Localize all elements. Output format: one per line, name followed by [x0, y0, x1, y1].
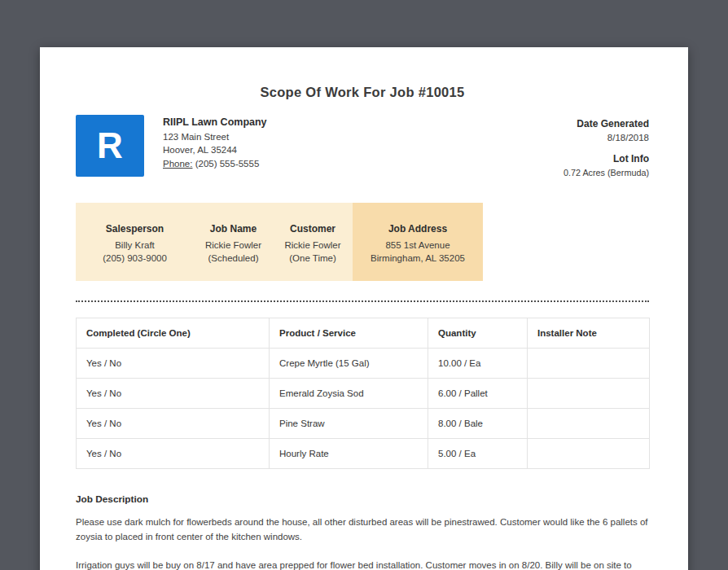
company-logo: R: [76, 115, 144, 177]
company-block: R RIIPL Lawn Company 123 Main Street Hoo…: [76, 115, 267, 177]
summary-line2: Birmingham, AL 35205: [353, 253, 483, 263]
summary-label: Salesperson: [76, 223, 194, 235]
cell-completed: Yes / No: [77, 349, 270, 379]
summary-line2: (205) 903-9000: [76, 253, 194, 263]
summary-col-job-name: Job Name Rickie Fowler (Scheduled): [194, 203, 273, 281]
phone-label: Phone:: [163, 159, 192, 169]
summary-label: Job Address: [353, 223, 483, 235]
lot-info-value: 0.72 Acres (Bermuda): [564, 168, 649, 178]
cell-installer-note: [528, 379, 650, 409]
cell-quantity: 8.00 / Bale: [428, 409, 528, 439]
dotted-divider: [76, 300, 649, 302]
company-address-line2: Hoover, AL 35244: [163, 145, 267, 155]
job-description-paragraph: Please use dark mulch for flowerbeds aro…: [76, 515, 649, 545]
document-header: R RIIPL Lawn Company 123 Main Street Hoo…: [76, 115, 649, 178]
job-summary-band: Salesperson Billy Kraft (205) 903-9000 J…: [76, 203, 649, 281]
logo-letter: R: [97, 125, 123, 166]
table-header-row: Completed (Circle One) Product / Service…: [77, 318, 650, 349]
job-description-heading: Job Description: [76, 493, 649, 505]
page-title: Scope Of Work For Job #10015: [76, 85, 649, 100]
date-generated-label: Date Generated: [564, 118, 649, 129]
company-address-line1: 123 Main Street: [163, 132, 267, 142]
company-info: RIIPL Lawn Company 123 Main Street Hoove…: [163, 115, 267, 177]
document-sheet: Scope Of Work For Job #10015 R RIIPL Law…: [40, 47, 688, 570]
phone-value: (205) 555-5555: [195, 159, 260, 169]
date-generated-value: 8/18/2018: [564, 133, 649, 142]
summary-col-job-address: Job Address 855 1st Avenue Birmingham, A…: [353, 203, 483, 281]
table-row: Yes / No Emerald Zoysia Sod 6.00 / Palle…: [77, 379, 650, 409]
cell-completed: Yes / No: [77, 409, 270, 439]
summary-col-customer: Customer Rickie Fowler (One Time): [273, 203, 353, 281]
cell-quantity: 6.00 / Pallet: [428, 379, 528, 409]
company-phone: Phone: (205) 555-5555: [163, 159, 267, 169]
summary-line2: (One Time): [273, 253, 353, 263]
table-row: Yes / No Crepe Myrtle (15 Gal) 10.00 / E…: [77, 349, 650, 379]
cell-product: Crepe Myrtle (15 Gal): [270, 349, 428, 379]
col-header-product-service: Product / Service: [270, 318, 428, 349]
summary-line1: Billy Kraft: [76, 240, 194, 250]
table-row: Yes / No Hourly Rate 5.00 / Ea: [77, 439, 650, 469]
cell-product: Hourly Rate: [270, 439, 428, 469]
col-header-quantity: Quantity: [428, 318, 528, 349]
summary-line1: 855 1st Avenue: [353, 240, 483, 250]
col-header-completed: Completed (Circle One): [77, 318, 270, 349]
table-row: Yes / No Pine Straw 8.00 / Bale: [77, 409, 650, 439]
cell-installer-note: [528, 409, 650, 439]
summary-line2: (Scheduled): [194, 253, 273, 263]
summary-label: Job Name: [194, 223, 273, 235]
job-description-paragraph: Irrigation guys will be buy on 8/17 and …: [76, 559, 649, 570]
cell-completed: Yes / No: [77, 439, 270, 469]
cell-quantity: 10.00 / Ea: [428, 349, 528, 379]
col-header-installer-note: Installer Note: [528, 318, 650, 349]
cell-installer-note: [528, 349, 650, 379]
cell-product: Emerald Zoysia Sod: [270, 379, 428, 409]
company-name: RIIPL Lawn Company: [163, 116, 267, 128]
summary-line1: Rickie Fowler: [273, 240, 353, 250]
lot-info-label: Lot Info: [564, 153, 649, 164]
summary-label: Customer: [273, 223, 353, 235]
summary-col-salesperson: Salesperson Billy Kraft (205) 903-9000: [76, 203, 194, 281]
cell-completed: Yes / No: [77, 379, 270, 409]
cell-quantity: 5.00 / Ea: [428, 439, 528, 469]
document-meta: Date Generated 8/18/2018 Lot Info 0.72 A…: [564, 115, 649, 178]
summary-line1: Rickie Fowler: [194, 240, 273, 250]
cell-product: Pine Straw: [270, 409, 428, 439]
cell-installer-note: [528, 439, 650, 469]
work-items-table: Completed (Circle One) Product / Service…: [76, 318, 650, 469]
